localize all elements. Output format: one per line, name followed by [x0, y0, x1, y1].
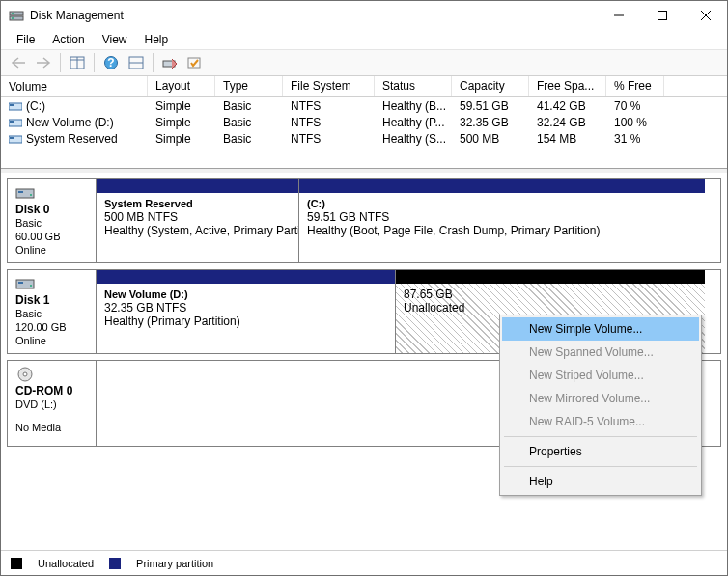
context-menu: New Simple Volume...New Spanned Volume..…: [499, 315, 702, 496]
svg-rect-23: [16, 189, 34, 198]
partition-sub: 500 MB NTFS: [104, 210, 178, 224]
volume-status: Healthy (S...: [375, 132, 452, 146]
toolbar-separator: [60, 53, 61, 72]
disk-label[interactable]: CD-ROM 0DVD (L:)No Media: [8, 361, 97, 446]
context-menu-separator: [504, 466, 697, 467]
menu-file[interactable]: File: [9, 31, 42, 48]
partition-sub: 87.65 GB: [404, 288, 453, 301]
action-disk-button[interactable]: [158, 52, 182, 73]
disk-name: CD-ROM 0: [15, 384, 72, 398]
window-title: Disk Management: [30, 9, 597, 22]
col-type[interactable]: Type: [215, 76, 283, 96]
context-menu-item[interactable]: New Simple Volume...: [502, 317, 699, 341]
volume-layout: Simple: [148, 116, 215, 129]
close-button[interactable]: [684, 1, 727, 30]
view-columns-button[interactable]: [66, 52, 89, 73]
volume-list: Volume Layout Type File System Status Ca…: [1, 76, 727, 169]
legend-label-unallocated: Unallocated: [38, 558, 94, 569]
col-status[interactable]: Status: [375, 76, 452, 96]
svg-rect-5: [658, 12, 666, 20]
col-free[interactable]: Free Spa...: [529, 76, 606, 96]
volume-fs: NTFS: [283, 116, 375, 129]
drive-icon: [9, 133, 22, 145]
partition-color-bar: [97, 270, 395, 284]
col-layout[interactable]: Layout: [148, 76, 215, 96]
volume-type: Basic: [215, 99, 283, 113]
context-menu-item: New RAID-5 Volume...: [502, 410, 699, 433]
disk-label[interactable]: Disk 1Basic120.00 GBOnline: [8, 270, 97, 353]
partition-status: Healthy (Boot, Page File, Crash Dump, Pr…: [307, 224, 600, 237]
window-controls: [597, 1, 727, 30]
volume-row[interactable]: (C:)SimpleBasicNTFSHealthy (B...59.51 GB…: [1, 97, 727, 114]
context-menu-item[interactable]: Help: [502, 470, 699, 493]
volume-capacity: 32.35 GB: [452, 116, 529, 129]
toolbar-separator: [94, 53, 95, 72]
context-menu-separator: [504, 436, 697, 437]
action-check-button[interactable]: [183, 52, 207, 73]
partition[interactable]: System Reserved500 MB NTFSHealthy (Syste…: [97, 179, 299, 262]
disk-icon: [15, 185, 35, 201]
svg-rect-16: [188, 58, 200, 68]
volume-list-header: Volume Layout Type File System Status Ca…: [1, 76, 727, 97]
volume-status: Healthy (B...: [375, 99, 452, 113]
disk-name: Disk 1: [15, 293, 49, 307]
minimize-button[interactable]: [597, 1, 640, 30]
svg-text:?: ?: [107, 56, 114, 69]
svg-rect-18: [10, 104, 14, 106]
svg-point-3: [12, 17, 14, 19]
volume-row[interactable]: New Volume (D:)SimpleBasicNTFSHealthy (P…: [1, 114, 727, 130]
col-volume[interactable]: Volume: [1, 76, 148, 96]
svg-point-25: [30, 194, 32, 196]
volume-type: Basic: [215, 132, 283, 146]
disk-state: Online: [15, 334, 88, 347]
disk-label[interactable]: Disk 0Basic60.00 GBOnline: [8, 179, 97, 262]
volume-status: Healthy (P...: [375, 116, 452, 129]
drive-icon: [9, 100, 22, 112]
forward-button[interactable]: [32, 52, 55, 73]
partition-title: System Reserved: [104, 198, 193, 209]
menubar: File Action View Help: [1, 30, 727, 49]
disk-state: No Media: [15, 421, 88, 434]
partition-status: Healthy (System, Active, Primary Partiti…: [104, 224, 298, 237]
partition[interactable]: New Volume (D:)32.35 GB NTFSHealthy (Pri…: [97, 270, 396, 353]
svg-rect-22: [10, 137, 14, 139]
titlebar: Disk Management: [1, 1, 727, 30]
disk-row: Disk 0Basic60.00 GBOnlineSystem Reserved…: [7, 178, 721, 263]
svg-point-30: [23, 372, 27, 376]
volume-fs: NTFS: [283, 132, 375, 146]
partition-body: New Volume (D:)32.35 GB NTFSHealthy (Pri…: [97, 284, 395, 353]
partition[interactable]: (C:)59.51 GB NTFSHealthy (Boot, Page Fil…: [299, 179, 705, 262]
partition-color-bar: [97, 179, 298, 193]
legend-label-primary: Primary partition: [136, 558, 213, 569]
back-button[interactable]: [7, 52, 30, 73]
volume-capacity: 500 MB: [452, 132, 529, 146]
menu-action[interactable]: Action: [44, 31, 92, 48]
partition-color-bar: [299, 179, 705, 193]
volume-free: 32.24 GB: [529, 116, 606, 129]
volume-name: System Reserved: [26, 132, 118, 146]
menu-help[interactable]: Help: [137, 31, 177, 48]
col-capacity[interactable]: Capacity: [452, 76, 529, 96]
partition-title: New Volume (D:): [104, 288, 188, 300]
settings-view-button[interactable]: [125, 52, 148, 73]
disk-state: Online: [15, 243, 88, 257]
context-menu-item: New Striped Volume...: [502, 364, 699, 387]
col-percent[interactable]: % Free: [606, 76, 664, 96]
volume-layout: Simple: [148, 99, 215, 113]
volume-free: 41.42 GB: [529, 99, 606, 113]
maximize-button[interactable]: [640, 1, 684, 30]
menu-view[interactable]: View: [95, 31, 135, 48]
context-menu-item: New Mirrored Volume...: [502, 387, 699, 410]
disk-icon: [15, 276, 35, 291]
legend: Unallocated Primary partition: [1, 550, 727, 575]
help-button[interactable]: ?: [99, 52, 123, 73]
col-filesystem[interactable]: File System: [283, 76, 375, 96]
disk-kind: Basic: [15, 216, 88, 230]
app-icon: [9, 8, 24, 23]
context-menu-item[interactable]: Properties: [502, 440, 699, 463]
volume-name: New Volume (D:): [26, 116, 114, 129]
volume-pct: 100 %: [606, 116, 664, 129]
volume-row[interactable]: System ReservedSimpleBasicNTFSHealthy (S…: [1, 130, 727, 147]
svg-rect-20: [10, 121, 14, 123]
partition-title: (C:): [307, 198, 325, 209]
